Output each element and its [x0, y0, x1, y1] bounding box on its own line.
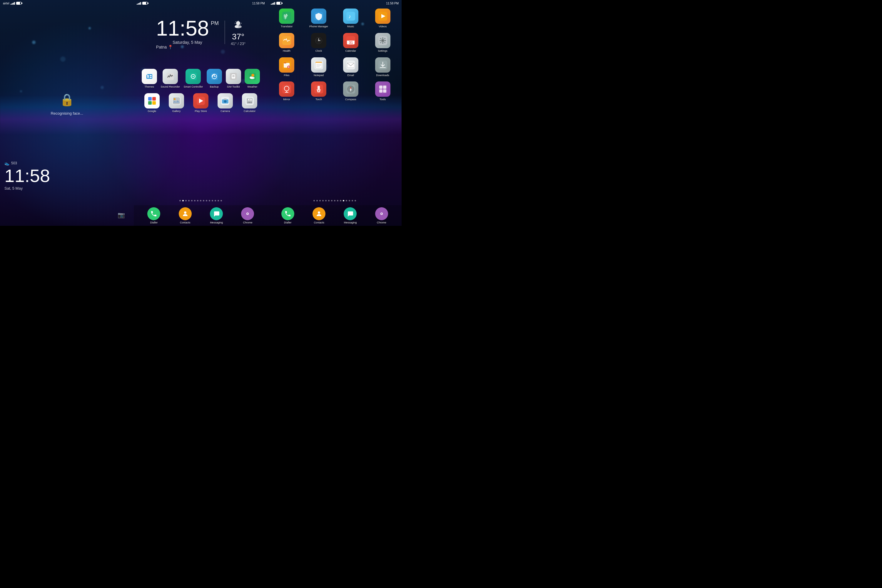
dock-messaging[interactable]: Messaging [210, 207, 223, 224]
sim-toolkit-icon [226, 69, 241, 84]
app-music[interactable]: ♪ Music [335, 8, 366, 29]
dot-7 [197, 200, 198, 201]
notepad-icon [311, 57, 326, 73]
status-bar-panel2: 11:58 PM [134, 0, 267, 6]
svg-point-52 [251, 102, 252, 103]
app-google[interactable]: Google [144, 92, 160, 114]
svg-rect-46 [224, 99, 226, 100]
app-compass[interactable]: Compass [335, 80, 366, 102]
tools-icon [375, 81, 390, 97]
music-icon: ♪ [343, 9, 358, 24]
translator-label: Translator [281, 25, 292, 28]
camera-shortcut[interactable]: 📷 [118, 212, 125, 219]
videos-icon [375, 9, 390, 24]
signal-bars-p3 [271, 2, 275, 5]
health-icon [279, 33, 294, 48]
app-gallery[interactable]: Gallery [168, 92, 184, 114]
weather-icon [231, 20, 246, 31]
torch-icon [311, 81, 326, 97]
dock-dialler[interactable]: Dialler [147, 207, 160, 224]
app-phone-manager[interactable]: Phone Manager [303, 8, 334, 29]
svg-point-124 [318, 212, 320, 214]
svg-rect-111 [318, 86, 320, 89]
dot3-12 [346, 200, 347, 201]
svg-rect-91 [284, 62, 286, 63]
svg-point-118 [350, 88, 351, 90]
panel-homescreen: 11:58 PM 11:58 PM Saturday, 5 May Patna … [134, 0, 267, 226]
app-backup[interactable]: Backup [206, 68, 222, 90]
app-notepad[interactable]: Notepad [303, 56, 334, 78]
app-mirror[interactable]: Mirror [272, 80, 302, 102]
app-settings[interactable]: Settings [367, 32, 398, 54]
dot-10 [206, 200, 207, 201]
app-play-store[interactable]: Play Store [193, 92, 209, 114]
dock-messaging-p3[interactable]: Messaging [344, 207, 357, 224]
settings-icon [375, 33, 390, 48]
app-files[interactable]: Files [272, 56, 302, 78]
app-camera[interactable]: Camera [217, 92, 233, 114]
dot3-4 [322, 200, 324, 201]
app-tools[interactable]: Tools [367, 80, 398, 102]
dock-dialler-p3[interactable]: Dialler [281, 207, 294, 224]
app-videos[interactable]: Videos [367, 8, 398, 29]
compass-label: Compass [345, 98, 356, 101]
clock-ampm: PM [211, 21, 219, 26]
phone-manager-label: Phone Manager [309, 25, 328, 28]
signal-bars-p2 [137, 2, 141, 5]
phone-manager-icon [311, 9, 326, 24]
videos-label: Videos [379, 25, 387, 28]
dot-4 [188, 200, 190, 201]
app-email[interactable]: Email [335, 56, 366, 78]
torch-label: Torch [315, 98, 322, 101]
app-sound-recorder[interactable]: Sound Recorder [160, 68, 180, 90]
lock-screen-content: 🔒 Recognising face... [0, 0, 134, 226]
time-display-p1: 11:58 [4, 167, 50, 185]
svg-rect-83 [384, 40, 386, 41]
health-label: Health [283, 50, 291, 52]
email-label: Email [347, 74, 354, 77]
translator-icon: aあ 字 [279, 9, 294, 24]
clock-icon [311, 33, 326, 48]
app-torch[interactable]: Torch [303, 80, 334, 102]
time-status-p2: 11:58 PM [252, 2, 265, 5]
dock-messaging-label-p3: Messaging [344, 221, 357, 224]
chrome-icon-p3 [375, 207, 388, 220]
files-label: Files [284, 74, 290, 77]
app-calculator[interactable]: +-×÷ Calculator [242, 92, 258, 114]
svg-rect-38 [173, 98, 180, 104]
music-label: Music [347, 25, 354, 28]
app-translator[interactable]: aあ 字 Translator [272, 8, 302, 29]
svg-rect-34 [152, 97, 156, 100]
camera-icon [218, 93, 233, 108]
app-health[interactable]: Health [272, 32, 302, 54]
dock-dialler-label-p3: Dialler [284, 221, 292, 224]
dock-chrome-label-p3: Chrome [377, 221, 386, 224]
app-calendar[interactable]: 31 Calendar [335, 32, 366, 54]
dot-13 [214, 200, 216, 201]
svg-rect-35 [148, 101, 152, 105]
dock-contacts[interactable]: Contacts [179, 207, 192, 224]
downloads-label: Downloads [376, 74, 389, 77]
dock-chrome-p3[interactable]: Chrome [375, 207, 388, 224]
clock-label: Clock [315, 50, 322, 52]
play-store-icon [193, 93, 208, 108]
dot3-7 [331, 200, 333, 201]
svg-point-31 [250, 76, 252, 79]
app-smart-controller[interactable]: Smart Controller [183, 68, 204, 90]
app-downloads[interactable]: Downloads [367, 56, 398, 78]
svg-rect-11 [150, 75, 152, 76]
svg-rect-122 [379, 89, 382, 93]
dock-contacts-p3[interactable]: Contacts [312, 207, 326, 224]
app-themes[interactable]: Themes [141, 68, 158, 90]
battery-p1 [16, 2, 21, 5]
app-weather[interactable]: Weather [244, 68, 261, 90]
svg-point-113 [318, 90, 319, 92]
dock-chrome[interactable]: Chrome [241, 207, 254, 224]
app-sim-toolkit[interactable]: SIM Toolkit [225, 68, 242, 90]
contacts-icon [179, 207, 192, 220]
sound-recorder-icon [163, 69, 178, 84]
apps-row-mid1: Themes Sound Recorder [140, 68, 262, 90]
svg-rect-120 [379, 86, 382, 89]
app-clock[interactable]: Clock [303, 32, 334, 54]
svg-point-127 [381, 213, 382, 214]
